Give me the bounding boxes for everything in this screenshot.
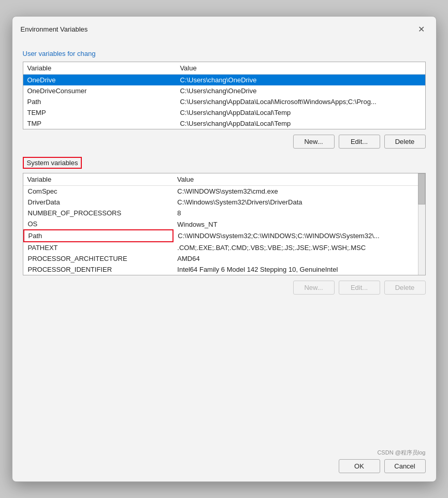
variable-cell: Path [24, 230, 174, 242]
user-edit-button[interactable]: Edit... [339, 135, 380, 149]
value-cell: C:\Users\chang\AppData\Local\Microsoft\W… [176, 96, 425, 107]
system-inner: Variable Value ComSpecC:\WINDOWS\system3… [23, 173, 418, 275]
variable-cell: TEMP [23, 107, 176, 118]
table-row[interactable]: PATHEXT.COM;.EXE;.BAT;.CMD;.VBS;.VBE;.JS… [24, 242, 417, 253]
value-cell: C:\Users\chang\OneDrive [176, 85, 425, 96]
user-variables-data-table: OneDriveC:\Users\chang\OneDriveOneDriveC… [23, 75, 425, 129]
system-delete-button[interactable]: Delete [384, 281, 426, 295]
system-variables-table-wrapper: Variable Value ComSpecC:\WINDOWS\system3… [23, 173, 426, 275]
system-variables-table: Variable Value [23, 173, 418, 186]
variable-cell: TMP [23, 118, 176, 129]
variable-cell: OneDrive [23, 75, 176, 85]
scrollbar-thumb[interactable] [418, 173, 425, 204]
table-row[interactable]: PathC:\Users\chang\AppData\Local\Microso… [23, 96, 425, 107]
system-new-button[interactable]: New... [293, 281, 335, 295]
value-cell: .COM;.EXE;.BAT;.CMD;.VBS;.VBE;.JS;.JSE;.… [173, 242, 417, 253]
table-row[interactable]: DriverDataC:\Windows\System32\Drivers\Dr… [24, 197, 417, 208]
ok-button[interactable]: OK [339, 459, 380, 473]
value-cell: AMD64 [173, 253, 417, 264]
system-variables-data-table: ComSpecC:\WINDOWS\system32\cmd.exeDriver… [23, 186, 418, 275]
table-row[interactable]: TMPC:\Users\chang\AppData\Local\Temp [23, 118, 425, 129]
variable-cell: PROCESSOR_ARCHITECTURE [24, 253, 174, 264]
variable-cell: ComSpec [24, 186, 174, 197]
value-cell: Intel64 Family 6 Model 142 Stepping 10, … [173, 264, 417, 275]
value-cell: 8 [173, 208, 417, 218]
system-buttons-row: New... Edit... Delete [23, 281, 426, 295]
table-row[interactable]: OneDriveC:\Users\chang\OneDrive [23, 75, 425, 85]
table-row[interactable]: PathC:\WINDOWS\system32;C:\WINDOWS;C:\WI… [24, 230, 417, 242]
bottom-buttons-row: OK Cancel [12, 453, 436, 481]
dialog-body: User variables for chang Variable Value … [12, 39, 436, 453]
scrollbar-track[interactable] [418, 173, 425, 275]
table-row[interactable]: ComSpecC:\WINDOWS\system32\cmd.exe [24, 186, 417, 197]
cancel-button[interactable]: Cancel [384, 459, 426, 473]
system-col-value: Value [173, 173, 417, 186]
variable-cell: OS [24, 218, 174, 230]
table-row[interactable]: OneDriveConsumerC:\Users\chang\OneDrive [23, 85, 425, 96]
system-col-variable: Variable [23, 173, 174, 186]
value-cell: C:\Users\chang\AppData\Local\Temp [176, 107, 425, 118]
environment-variables-dialog: Environment Variables ✕ User variables f… [12, 16, 437, 482]
table-row[interactable]: PROCESSOR_IDENTIFIERIntel64 Family 6 Mod… [24, 264, 417, 275]
variable-cell: Path [23, 96, 176, 107]
user-variables-section: User variables for chang Variable Value … [23, 48, 426, 129]
variable-cell: PROCESSOR_IDENTIFIER [24, 264, 174, 275]
user-variables-label: User variables for chang [23, 50, 426, 57]
system-variables-section: System variables Variable Value ComS [23, 155, 426, 275]
system-edit-button[interactable]: Edit... [339, 281, 380, 295]
value-cell: C:\WINDOWS\system32;C:\WINDOWS;C:\WINDOW… [173, 230, 417, 242]
user-col-variable: Variable [23, 62, 176, 75]
variable-cell: NUMBER_OF_PROCESSORS [24, 208, 174, 218]
variable-cell: OneDriveConsumer [23, 85, 176, 96]
title-bar: Environment Variables ✕ [12, 17, 436, 39]
system-variables-label: System variables [23, 157, 82, 169]
user-variables-table: Variable Value [23, 62, 425, 75]
close-button[interactable]: ✕ [415, 23, 428, 35]
user-delete-button[interactable]: Delete [384, 135, 426, 149]
value-cell: C:\WINDOWS\system32\cmd.exe [173, 186, 417, 197]
user-new-button[interactable]: New... [293, 135, 335, 149]
table-row[interactable]: OSWindows_NT [24, 218, 417, 230]
table-row[interactable]: PROCESSOR_ARCHITECTUREAMD64 [24, 253, 417, 264]
value-cell: Windows_NT [173, 218, 417, 230]
user-buttons-row: New... Edit... Delete [23, 135, 426, 149]
table-row[interactable]: NUMBER_OF_PROCESSORS8 [24, 208, 417, 218]
table-row[interactable]: TEMPC:\Users\chang\AppData\Local\Temp [23, 107, 425, 118]
dialog-title: Environment Variables [21, 25, 88, 33]
user-table-header: Variable Value [23, 62, 425, 75]
value-cell: C:\Users\chang\OneDrive [176, 75, 425, 85]
variable-cell: PATHEXT [24, 242, 174, 253]
user-col-value: Value [176, 62, 425, 75]
user-variables-table-container: Variable Value OneDriveC:\Users\chang\On… [23, 62, 426, 129]
value-cell: C:\Users\chang\AppData\Local\Temp [176, 118, 425, 129]
variable-cell: DriverData [24, 197, 174, 208]
system-table-header: Variable Value [23, 173, 418, 186]
value-cell: C:\Windows\System32\Drivers\DriverData [173, 197, 417, 208]
